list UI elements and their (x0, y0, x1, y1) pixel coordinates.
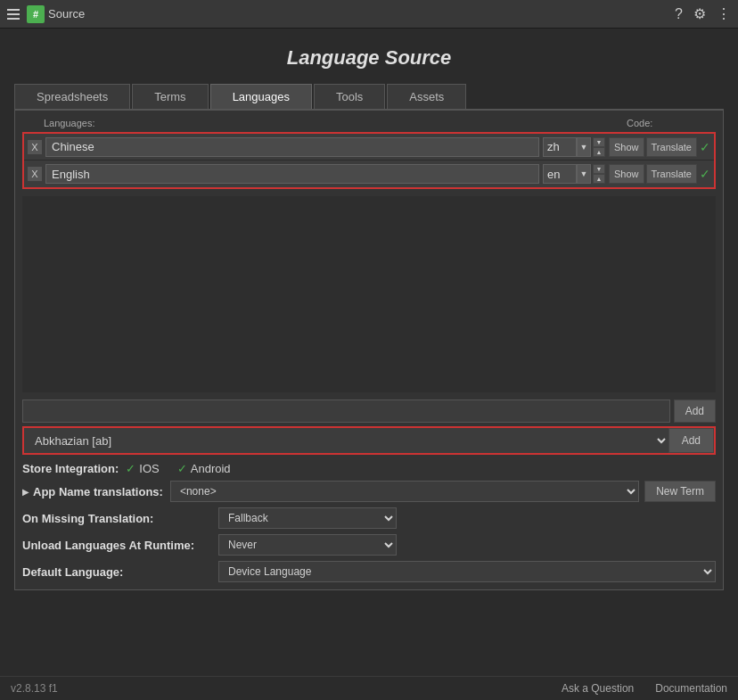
chinese-name-input[interactable] (45, 137, 539, 157)
add-language-button[interactable]: Add (668, 428, 714, 453)
store-integration-label: Store Integration: (22, 462, 119, 475)
table-row: X ▼ ▼ ▲ Show Translate ✓ (24, 134, 714, 161)
ask-question-link[interactable]: Ask a Question (562, 682, 634, 695)
android-check-icon: ✓ (177, 462, 187, 475)
chinese-show-button[interactable]: Show (609, 137, 644, 157)
tabs-bar: Spreadsheets Terms Languages Tools Asset… (14, 84, 724, 110)
chinese-code-dropdown[interactable]: ▼ (577, 137, 591, 157)
main-content: Language Source Spreadsheets Terms Langu… (0, 29, 738, 601)
language-search-input[interactable] (22, 399, 670, 423)
english-name-input[interactable] (45, 164, 539, 184)
english-move-buttons: ▼ ▲ (593, 164, 605, 184)
chinese-move-up-button[interactable]: ▲ (593, 147, 605, 157)
on-missing-row: On Missing Translation: Fallback Empty S… (22, 507, 716, 529)
lang-column-headers: Languages: Code: (22, 118, 716, 128)
title-bar: # Source ? ⚙ ⋮ (0, 0, 738, 29)
app-name-label: App Name translations: (33, 485, 163, 498)
tab-spreadsheets[interactable]: Spreadsheets (14, 84, 130, 109)
languages-col-header: Languages: (44, 118, 627, 128)
default-language-select[interactable]: Device Language Chinese English (218, 561, 716, 582)
unload-languages-label: Unload Languages At Runtime: (22, 539, 218, 552)
table-row: X ▼ ▼ ▲ Show Translate ✓ (24, 161, 714, 187)
window-title: Source (48, 7, 675, 21)
english-move-up-button[interactable]: ▲ (593, 174, 605, 184)
store-integration-row: Store Integration: ✓ IOS ✓ Android (22, 462, 716, 475)
footer-links: Ask a Question Documentation (562, 682, 727, 695)
search-add-row: Add (22, 399, 716, 423)
empty-languages-area (22, 196, 716, 392)
remove-chinese-button[interactable]: X (28, 140, 42, 154)
chinese-move-buttons: ▼ ▲ (593, 137, 605, 157)
ios-check-icon: ✓ (126, 462, 135, 475)
english-show-button[interactable]: Show (609, 164, 644, 184)
chinese-translate-button[interactable]: Translate (646, 137, 697, 157)
hamburger-icon (7, 7, 21, 21)
new-term-button[interactable]: New Term (644, 481, 716, 502)
default-language-row: Default Language: Device Language Chines… (22, 561, 716, 582)
menu-icon[interactable]: ⋮ (717, 5, 731, 22)
code-col-header: Code: (627, 118, 716, 128)
on-missing-label: On Missing Translation: (22, 512, 218, 525)
add-button-top[interactable]: Add (674, 399, 716, 423)
remove-english-button[interactable]: X (28, 167, 42, 181)
tab-tools[interactable]: Tools (314, 84, 385, 109)
unload-languages-select[interactable]: Never Always On Scene Load (218, 534, 397, 556)
languages-panel: Languages: Code: X ▼ ▼ ▲ Show Translate … (14, 110, 724, 590)
ios-platform-label: IOS (139, 462, 159, 475)
documentation-link[interactable]: Documentation (655, 682, 727, 695)
english-check-icon: ✓ (700, 167, 710, 181)
unload-languages-row: Unload Languages At Runtime: Never Alway… (22, 534, 716, 556)
default-language-label: Default Language: (22, 565, 218, 579)
english-code-dropdown[interactable]: ▼ (577, 164, 591, 184)
page-title: Language Source (14, 46, 724, 70)
triangle-icon: ▶ (22, 487, 29, 497)
language-select-dropdown[interactable]: Abkhazian [ab] Afar [aa] Afrikaans [af] (24, 428, 668, 453)
help-icon[interactable]: ? (675, 6, 683, 22)
android-platform-label: Android (191, 462, 231, 475)
on-missing-select[interactable]: Fallback Empty Show Warning (218, 507, 397, 529)
app-name-select[interactable]: <none> (170, 481, 639, 502)
english-move-down-button[interactable]: ▼ (593, 164, 605, 174)
language-rows-container: X ▼ ▼ ▲ Show Translate ✓ X ▼ ▼ (22, 132, 716, 189)
language-dropdown-row: Abkhazian [ab] Afar [aa] Afrikaans [af] … (22, 426, 716, 455)
settings-icon[interactable]: ⚙ (693, 5, 706, 22)
version-label: v2.8.13 f1 (11, 682, 58, 695)
hash-icon: # (27, 5, 45, 23)
chinese-move-down-button[interactable]: ▼ (593, 137, 605, 147)
footer: v2.8.13 f1 Ask a Question Documentation (0, 676, 738, 700)
tab-assets[interactable]: Assets (387, 84, 466, 109)
chinese-code-input[interactable] (543, 137, 577, 157)
chinese-check-icon: ✓ (700, 140, 710, 154)
tab-languages[interactable]: Languages (210, 84, 312, 109)
title-bar-actions: ? ⚙ ⋮ (675, 5, 731, 22)
app-name-row: ▶ App Name translations: <none> New Term (22, 481, 716, 502)
english-translate-button[interactable]: Translate (646, 164, 697, 184)
english-code-input[interactable] (543, 164, 577, 184)
tab-terms[interactable]: Terms (132, 84, 208, 109)
